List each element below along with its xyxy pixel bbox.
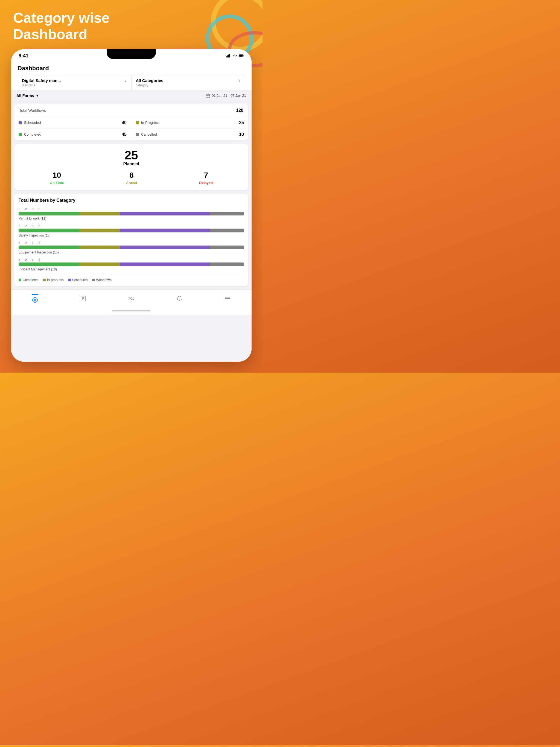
in-progress-card: In-Progress 25 xyxy=(131,117,248,129)
chart-segment-label: 2 xyxy=(25,258,27,261)
bottom-nav xyxy=(11,289,252,307)
total-workflows-value: 120 xyxy=(236,108,244,113)
chart-bar xyxy=(19,246,244,249)
legend-dot xyxy=(43,279,46,281)
chart-bar-name: Permit to work (11) xyxy=(19,216,244,221)
total-workflows-row: Total Workflows 120 xyxy=(14,104,248,117)
forms-filter-chevron-icon: ▼ xyxy=(36,94,39,98)
planned-stats: 10 On Time 8 Ahead 7 Delayed xyxy=(19,171,244,185)
completed-label: Completed xyxy=(24,132,41,136)
legend-label: Withdrawn xyxy=(96,278,111,282)
chart-segment-label: 6 xyxy=(32,241,33,244)
category-sub: category xyxy=(136,83,241,87)
bar-segment-gray xyxy=(210,229,244,232)
bar-segment-purple xyxy=(120,212,210,215)
chart-segment-label: 2 xyxy=(25,207,27,210)
discipline-dropdown[interactable]: Digital Safety man... ∨ discipline xyxy=(18,75,131,91)
app-content: Dashboard Digital Safety man... ∨ discip… xyxy=(11,61,252,362)
planned-section: 25 Planned 10 On Time 8 Ahead 7 Delayed xyxy=(14,144,248,190)
status-time: 9:41 xyxy=(19,53,28,59)
delayed-label: Delayed xyxy=(199,181,213,185)
chart-segment-label: 3 xyxy=(19,207,20,210)
completed-dot xyxy=(19,133,22,136)
phone-frame: 9:41 Dashboard xyxy=(11,49,252,362)
legend-dot xyxy=(92,279,95,281)
dashboard-icon xyxy=(32,297,38,305)
chart-segment-label: 3 xyxy=(19,241,20,244)
legend-item: Scheduled xyxy=(68,278,88,282)
chart-bars: 3262Permit to work (11)3262Safety Inspec… xyxy=(19,207,244,271)
total-workflows-label: Total Workflows xyxy=(19,108,46,113)
reports-icon xyxy=(128,295,134,304)
date-range[interactable]: 01 Jan 21 - 07 Jan 21 xyxy=(206,94,246,98)
signal-icon xyxy=(226,54,231,58)
discipline-value: Digital Safety man... xyxy=(22,78,61,83)
chart-segment-label: 2 xyxy=(38,241,40,244)
chart-row: 3262Permit to work (11) xyxy=(19,207,244,221)
page-title: Category wise Dashboard xyxy=(0,0,262,49)
nav-active-bar xyxy=(32,294,38,295)
bar-segment-olive xyxy=(79,229,120,232)
bar-segment-olive xyxy=(79,262,120,266)
nav-notifications[interactable] xyxy=(172,294,187,305)
forms-icon xyxy=(80,295,86,304)
legend-label: Scheduled xyxy=(72,278,88,282)
delayed-number: 7 xyxy=(204,171,208,180)
notification-icon xyxy=(176,295,183,304)
filter-row: Digital Safety man... ∨ discipline All C… xyxy=(18,75,245,91)
svg-rect-6 xyxy=(229,54,230,58)
chart-segment-label: 6 xyxy=(32,207,33,210)
legend-item: Withdrawn xyxy=(92,278,111,282)
planned-number: 25 xyxy=(19,149,244,161)
home-bar xyxy=(112,310,150,311)
stats-section: Total Workflows 120 Scheduled 40 In-Prog… xyxy=(14,104,248,140)
category-value: All Categories xyxy=(136,78,163,83)
stat-grid: Scheduled 40 In-Progress 25 Completed xyxy=(14,117,248,140)
wifi-icon xyxy=(232,54,237,58)
chart-bar-name: Incident Management (10) xyxy=(19,267,244,271)
nav-menu[interactable] xyxy=(220,294,235,305)
category-chart-title: Total Numbers by Category xyxy=(19,198,244,203)
forms-date-row: All Forms ▼ 01 Jan 21 - 07 Jan 21 xyxy=(11,91,252,101)
chart-segment-label: 2 xyxy=(38,258,40,261)
ahead-label: Ahead xyxy=(126,181,137,185)
svg-rect-4 xyxy=(227,55,228,57)
chart-bar xyxy=(19,229,244,232)
in-progress-label: In-Progress xyxy=(141,121,159,125)
bar-segment-gray xyxy=(210,262,244,266)
bar-segment-green xyxy=(19,246,79,249)
nav-forms[interactable] xyxy=(75,294,91,305)
scheduled-value: 40 xyxy=(122,120,127,125)
svg-rect-9 xyxy=(206,94,210,98)
bar-segment-olive xyxy=(79,212,120,215)
cancelled-dot xyxy=(136,133,139,136)
ahead-number: 8 xyxy=(129,171,134,180)
discipline-chevron-icon: ∨ xyxy=(124,78,127,83)
chart-segment-label: 6 xyxy=(32,224,33,228)
legend-dot xyxy=(19,279,21,281)
completed-value: 45 xyxy=(122,132,127,137)
legend-item: In-progress xyxy=(43,278,64,282)
in-progress-value: 25 xyxy=(239,120,244,125)
app-header: Dashboard Digital Safety man... ∨ discip… xyxy=(11,61,252,91)
chart-segment-label: 6 xyxy=(32,258,33,261)
scheduled-label: Scheduled xyxy=(24,121,41,125)
battery-icon xyxy=(239,54,244,58)
nav-dashboard[interactable] xyxy=(27,293,43,306)
forms-filter-button[interactable]: All Forms ▼ xyxy=(17,94,39,98)
in-progress-dot xyxy=(136,121,139,124)
nav-reports[interactable] xyxy=(124,294,139,305)
ahead-stat: 8 Ahead xyxy=(126,171,137,185)
chart-bar-name: Equipement Inspection (15) xyxy=(19,251,244,254)
planned-label: Planned xyxy=(19,161,244,166)
category-dropdown[interactable]: All Categories ∨ category xyxy=(131,75,245,91)
calendar-icon xyxy=(206,94,210,98)
legend-row: CompletedIn-progressScheduledWithdrawn xyxy=(19,275,244,282)
notch xyxy=(107,49,156,59)
chart-segment-label: 2 xyxy=(25,224,27,228)
status-icons xyxy=(226,54,244,58)
chart-segment-label: 3 xyxy=(19,258,20,261)
on-time-stat: 10 On Time xyxy=(50,171,64,185)
chart-row: 3262Incident Management (10) xyxy=(19,258,244,271)
legend-label: Completed xyxy=(23,278,39,282)
